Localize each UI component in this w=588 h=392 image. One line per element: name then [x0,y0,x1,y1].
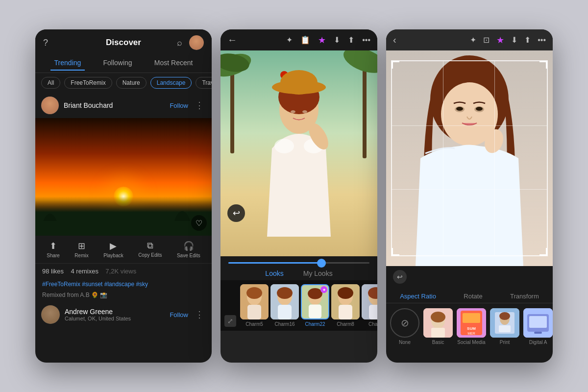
crop-grid-vertical-2 [494,61,495,255]
tab-following[interactable]: Following [99,56,136,71]
tab-rotate[interactable]: Rotate [464,293,482,300]
user2-info: Andrew Greene Calumet, OK, United States [65,308,165,321]
crop-back-button[interactable]: ‹ [393,34,396,46]
tab-most-recent[interactable]: Most Recent [150,56,197,71]
print-label: Print [500,340,510,345]
tab-aspect-ratio[interactable]: Aspect Ratio [400,293,436,300]
thumb-item-charm-last[interactable]: Charm [362,284,377,327]
post-hashtags[interactable]: #FreeToRemix #sunset #landscape #sky [35,279,212,290]
option-basic[interactable]: Basic [423,308,453,345]
digital-label: Digital A [529,340,547,345]
filter-chips: All FreeToRemix Nature Landscape Travel [35,73,212,93]
crop-undo-row: ↩ [386,266,553,288]
filter-landscape[interactable]: Landscape [150,77,192,89]
likes-count: 98 likes [42,268,64,275]
looks-photo: ↩ [220,50,377,256]
looks-header-icons: ✦ 📋 ★ ⬇ ⬆ ••• [286,35,370,46]
thumb-img-charm16 [270,284,299,319]
crop-corner-br [539,248,547,256]
crop-wand-icon[interactable]: ✦ [470,35,476,45]
tab-looks[interactable]: Looks [265,270,283,277]
svg-text:MER: MER [467,332,475,335]
crop-bottom: ↩ Aspect Ratio Rotate Transform ⊘ None [386,266,553,350]
copy-edits-action[interactable]: ⧉ Copy Edits [138,241,162,258]
filter-all[interactable]: All [41,77,60,89]
screens-container: ? Discover ⌕ Trending Following Most Rec… [25,20,563,372]
thumb-svg-4 [331,284,360,319]
filter-nature[interactable]: Nature [116,77,147,89]
svg-text:SUM: SUM [467,326,476,331]
like-button[interactable]: ♡ [191,215,207,231]
option-none[interactable]: ⊘ None [390,308,419,345]
crop-download-icon[interactable]: ⬇ [511,35,517,45]
download-icon[interactable]: ⬇ [334,35,340,45]
svg-rect-8 [230,65,234,153]
search-icon[interactable]: ⌕ [177,38,182,48]
tab-transform[interactable]: Transform [510,293,539,300]
undo-button[interactable]: ↩ [227,204,245,222]
option-print[interactable]: Print [490,308,519,345]
user1-avatar[interactable] [41,97,59,114]
svg-point-55 [431,312,445,322]
none-circle: ⊘ [390,308,419,338]
slider-thumb[interactable] [317,259,326,268]
user1-more-button[interactable]: ⋮ [193,100,206,111]
option-social-media[interactable]: SUM MER Social Media [457,308,486,345]
slider-track[interactable] [228,262,369,264]
thumb-item-charm16[interactable]: Charm16 [270,284,299,327]
svg-rect-35 [309,305,321,318]
option-digital[interactable]: Digital A [523,308,553,345]
filter-travel[interactable]: Travel [196,77,212,89]
thumb-img-charm5 [240,284,269,319]
user2-name: Andrew Greene [65,308,165,316]
crop-more-icon[interactable]: ••• [538,36,546,45]
svg-rect-43 [369,305,377,319]
crop-layout-icon[interactable]: ⊡ [483,35,490,45]
user1-follow-button[interactable]: Follow [170,102,188,109]
svg-rect-6 [35,221,212,236]
thumb-item-charm5[interactable]: Charm5 [240,284,269,327]
user2-follow-button[interactable]: Follow [170,311,188,318]
book-icon[interactable]: 📋 [300,35,310,45]
thumb-item-charm22[interactable]: ★ Charm22 [301,284,329,327]
share-icon[interactable]: ⬆ [348,35,354,45]
playback-action[interactable]: ▶ Playback [103,241,123,258]
copy-edits-label: Copy Edits [138,252,162,258]
user-avatar-header[interactable] [189,35,204,50]
discover-tabs: Trending Following Most Recent [35,54,212,73]
tab-trending[interactable]: Trending [50,56,85,71]
more-icon[interactable]: ••• [362,36,370,45]
share-icon: ⬆ [49,241,57,251]
filter-freetoremix[interactable]: FreeToRemix [64,77,112,89]
crop-share-icon[interactable]: ⬆ [524,35,531,45]
slider-fill [228,262,320,264]
share-action[interactable]: ⬆ Share [47,241,60,258]
crop-header: ‹ ✦ ⊡ ★ ⬇ ⬆ ••• [386,29,553,50]
tab-my-looks[interactable]: My Looks [303,270,333,277]
share-label: Share [47,253,60,258]
svg-point-19 [274,139,294,153]
svg-point-23 [302,110,307,113]
remix-action[interactable]: ⊞ Remix [74,241,88,258]
back-button[interactable]: ← [227,34,237,46]
user2-more-button[interactable]: ⋮ [193,309,206,320]
wand-icon[interactable]: ✦ [286,35,293,45]
thumb-expand[interactable]: ⤢ [224,315,236,327]
crop-undo-button[interactable]: ↩ [393,270,407,284]
post-actions: ⬆ Share ⊞ Remix ▶ Playback ⧉ Copy Edits … [35,236,212,264]
save-edits-action[interactable]: 🎧 Save Edits [177,241,200,258]
discover-title: Discover [106,38,141,48]
svg-rect-11 [363,60,367,158]
user2-location: Calumet, OK, United States [65,316,165,321]
user2-avatar[interactable] [41,305,60,324]
none-label: None [399,340,411,345]
screen-crop: ‹ ✦ ⊡ ★ ⬇ ⬆ ••• [386,29,553,363]
svg-point-38 [338,287,353,299]
svg-rect-31 [278,305,292,319]
social-label: Social Media [457,340,485,345]
thumb-item-charm8[interactable]: Charm8 [331,284,360,327]
crop-premium-icon[interactable]: ★ [496,35,504,46]
help-icon[interactable]: ? [43,38,48,48]
premium-star-icon[interactable]: ★ [318,35,326,46]
basic-svg [423,308,453,338]
